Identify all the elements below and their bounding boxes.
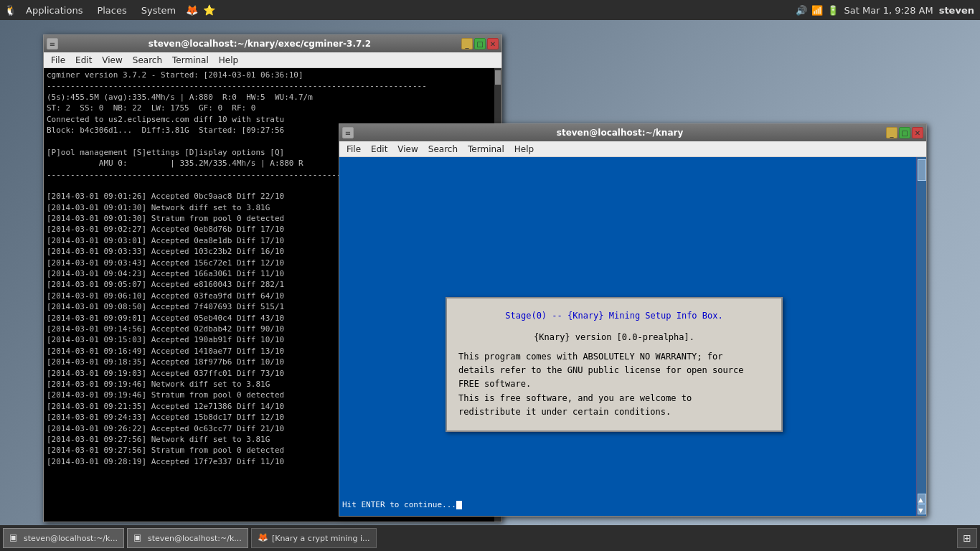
battery-icon: 🔋 — [827, 5, 839, 16]
firefox-icon: 🦊 — [184, 3, 199, 17]
knary-content: Stage(0) -- {Knary} Mining Setup Info Bo… — [339, 157, 926, 516]
knary-menu-search[interactable]: Search — [424, 143, 462, 156]
taskbar-icon-firefox: 🦊 — [258, 532, 269, 544]
taskbar-show-desktop-btn[interactable]: ⊞ — [957, 528, 977, 548]
top-panel: 🐧 Applications Places System 🦊 ⭐ 🔊 📶 🔋 S… — [0, 0, 980, 20]
cgminer-menu-view[interactable]: View — [98, 54, 126, 67]
info-line2: This program comes with ABSOLUTELY NO WA… — [458, 350, 770, 364]
cgminer-close-btn[interactable]: ✕ — [487, 38, 499, 50]
cgminer-titlebar[interactable]: ≡ steven@localhost:~/knary/exec/cgminer-… — [44, 35, 501, 52]
knary-maximize-btn[interactable]: □ — [899, 127, 910, 138]
username: steven — [939, 5, 974, 16]
knary-scroll-thumb[interactable] — [918, 159, 926, 181]
system-menu[interactable]: System — [136, 4, 182, 17]
taskbar-label-browser: [Knary a crypt mining i... — [272, 534, 370, 543]
desktop: 🐧 Applications Places System 🦊 ⭐ 🔊 📶 🔋 S… — [0, 0, 980, 551]
info-line4: FREE software. — [458, 377, 770, 391]
cgminer-menu-terminal[interactable]: Terminal — [168, 54, 213, 67]
knary-menu-btn[interactable]: ≡ — [342, 127, 354, 138]
taskbar-icon-terminal2: ▣ — [133, 532, 145, 544]
taskbar-item-browser[interactable]: 🦊 [Knary a crypt mining i... — [251, 528, 377, 548]
info-version: {Knary} version [0.0-prealpha]. — [458, 331, 770, 344]
cgminer-menu-edit[interactable]: Edit — [71, 54, 96, 67]
info-box-content: {Knary} version [0.0-prealpha]. This pro… — [458, 331, 770, 419]
info-line5: This is free software, and you are welco… — [458, 392, 770, 405]
cgminer-scroll-thumb[interactable] — [495, 70, 501, 85]
clock: Sat Mar 1, 9:28 AM — [844, 5, 933, 16]
knary-menubar: File Edit View Search Terminal Help — [339, 141, 926, 157]
knary-scrollbar[interactable]: ▲ ▼ — [916, 157, 926, 516]
cursor — [456, 501, 462, 509]
system-tray: 🔊 📶 🔋 — [796, 5, 839, 16]
cgminer-menu-search[interactable]: Search — [128, 54, 166, 67]
knary-menu-terminal[interactable]: Terminal — [463, 143, 509, 156]
info-box: Stage(0) -- {Knary} Mining Setup Info Bo… — [446, 297, 783, 432]
knary-menu-help[interactable]: Help — [510, 143, 538, 156]
knary-scroll-arrow-up[interactable]: ▲ — [918, 494, 926, 504]
knary-scroll-arrow-down[interactable]: ▼ — [918, 504, 926, 514]
knary-titlebar[interactable]: ≡ steven@localhost:~/knary _ □ ✕ — [339, 124, 926, 141]
network-icon: 📶 — [811, 5, 823, 16]
knary-menu-edit[interactable]: Edit — [367, 143, 392, 156]
places-menu[interactable]: Places — [91, 4, 132, 17]
knary-menu-file[interactable]: File — [342, 143, 365, 156]
volume-icon: 🔊 — [796, 5, 807, 16]
knary-minimize-btn[interactable]: _ — [886, 127, 897, 138]
cgminer-menu-btn[interactable]: ≡ — [47, 38, 58, 50]
top-panel-left: 🐧 Applications Places System 🦊 ⭐ — [0, 3, 216, 17]
knary-menu-view[interactable]: View — [393, 143, 422, 156]
taskbar-item-knary[interactable]: ▣ steven@localhost:~/k... — [127, 528, 248, 548]
taskbar-icon-terminal1: ▣ — [9, 532, 21, 544]
cgminer-menubar: File Edit View Search Terminal Help — [44, 52, 501, 68]
cgminer-title: steven@localhost:~/knary/exec/cgminer-3.… — [60, 39, 460, 49]
info-line3: details refer to the GNU public license … — [458, 364, 770, 377]
applications-menu[interactable]: Applications — [20, 4, 88, 17]
cgminer-minimize-btn[interactable]: _ — [461, 38, 473, 50]
star-icon: ⭐ — [202, 3, 216, 17]
info-line6: redistribute it under certain conditions… — [458, 405, 770, 419]
cgminer-menu-help[interactable]: Help — [215, 54, 242, 67]
taskbar-item-cgminer[interactable]: ▣ steven@localhost:~/k... — [3, 528, 124, 548]
enter-prompt: Hit ENTER to continue... — [342, 499, 462, 510]
knary-title: steven@localhost:~/knary — [355, 128, 885, 138]
top-panel-right: 🔊 📶 🔋 Sat Mar 1, 9:28 AM steven — [796, 5, 980, 16]
knary-window: ≡ steven@localhost:~/knary _ □ ✕ File Ed… — [339, 123, 927, 517]
taskbar-right: ⊞ — [957, 528, 977, 548]
cgminer-maximize-btn[interactable]: □ — [474, 38, 486, 50]
taskbar-label-knary: steven@localhost:~/k... — [148, 534, 242, 543]
cgminer-menu-file[interactable]: File — [47, 54, 70, 67]
taskbar: ▣ steven@localhost:~/k... ▣ steven@local… — [0, 525, 980, 551]
info-box-title: Stage(0) -- {Knary} Mining Setup Info Bo… — [458, 310, 770, 322]
distro-icon: 🐧 — [3, 3, 17, 17]
taskbar-label-cgminer: steven@localhost:~/k... — [24, 534, 118, 543]
knary-close-btn[interactable]: ✕ — [912, 127, 923, 138]
